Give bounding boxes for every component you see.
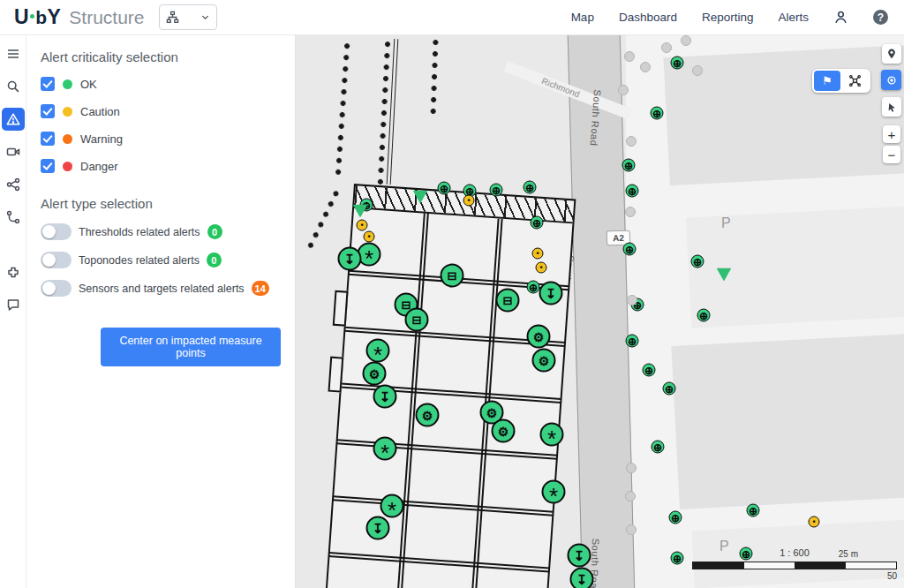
search-button[interactable] — [2, 75, 25, 98]
sensors-layer-button[interactable] — [881, 70, 901, 90]
checkbox-danger[interactable] — [41, 159, 55, 173]
criticality-caution[interactable]: Caution — [41, 104, 281, 118]
checkbox-ok[interactable] — [41, 77, 55, 91]
help-button[interactable]: ? — [873, 10, 888, 25]
nav-reporting[interactable]: Reporting — [702, 11, 754, 24]
route-icon — [6, 210, 20, 224]
toponodes-toggle[interactable] — [41, 252, 72, 268]
star-icon: * — [388, 505, 396, 514]
center-on-measure-points-button[interactable]: Center on impacted measure points — [101, 328, 281, 366]
sensor-marker[interactable]: ⊕ — [652, 441, 665, 454]
sensor-marker[interactable]: ⊕ — [663, 382, 676, 396]
user-menu-button[interactable] — [833, 10, 848, 25]
thresholds-toggle[interactable] — [41, 223, 72, 240]
caution-marker[interactable]: • — [357, 220, 368, 231]
sensors-toggle[interactable] — [41, 280, 72, 297]
sensor-marker[interactable]: ⊕ — [524, 181, 537, 194]
sensor-marker[interactable]: ⊕ — [651, 107, 664, 120]
logo-letter: U — [14, 5, 29, 29]
measure-point-marker[interactable]: ⊟ — [405, 308, 429, 332]
sensor-marker[interactable]: ⊕ — [671, 57, 684, 70]
measure-point-marker[interactable]: * — [540, 423, 564, 447]
target-marker[interactable] — [717, 268, 732, 282]
measure-point-marker[interactable]: ⊟ — [441, 264, 464, 288]
geolocate-button[interactable] — [882, 44, 901, 64]
tree — [624, 51, 635, 62]
measure-point-marker[interactable]: ↧ — [568, 544, 591, 568]
zoom-in-button[interactable]: + — [883, 125, 900, 143]
measure-point-marker[interactable]: ↧ — [366, 516, 390, 540]
caution-marker[interactable]: • — [463, 195, 475, 207]
network-button[interactable] — [2, 173, 25, 196]
routes-button[interactable] — [2, 206, 25, 229]
nav-dashboard[interactable]: Dashboard — [619, 11, 677, 24]
devices-toggle-button[interactable] — [842, 71, 867, 91]
sensor-marker[interactable]: ⊕ — [669, 511, 682, 524]
criticality-ok[interactable]: OK — [41, 77, 281, 91]
toggle-thresholds-alerts[interactable]: Thresholds related alerts 0 — [41, 223, 281, 240]
comments-button[interactable] — [2, 293, 25, 316]
star-icon: * — [549, 491, 558, 500]
criticality-danger[interactable]: Danger — [41, 159, 281, 173]
measure-point-marker[interactable]: * — [542, 480, 566, 504]
meter-icon: ⊟ — [402, 299, 411, 311]
sensor-marker[interactable]: ⊕ — [438, 182, 451, 195]
structure-selector-dropdown[interactable] — [159, 4, 217, 30]
caution-marker[interactable]: • — [536, 262, 547, 274]
nav-map[interactable]: Map — [571, 11, 594, 24]
camera-button[interactable] — [2, 140, 25, 163]
sensor-marker[interactable]: ⊕ — [527, 281, 540, 294]
checkbox-warning[interactable] — [41, 132, 55, 146]
measure-point-marker[interactable]: * — [380, 494, 404, 518]
sensor-marker[interactable]: ⊕ — [490, 184, 503, 197]
toggle-sensors-alerts[interactable]: Sensors and targets related alerts 14 — [41, 280, 281, 297]
sensor-marker[interactable]: ⊕ — [643, 364, 656, 377]
sensor-marker[interactable]: ⊕ — [626, 185, 639, 198]
caution-marker[interactable]: • — [532, 248, 544, 260]
car-icon: ⚙ — [486, 406, 498, 418]
measure-point-marker[interactable]: ⊟ — [496, 289, 520, 313]
checkbox-caution[interactable] — [41, 104, 55, 118]
nav-alerts[interactable]: Alerts — [778, 11, 809, 24]
scale-bar: 1 : 600 25 m 50 — [692, 547, 897, 579]
target-icon: ⊕ — [532, 217, 541, 228]
menu-button[interactable] — [2, 42, 25, 65]
measure-point-marker[interactable]: ↧ — [373, 385, 397, 409]
sensor-marker[interactable]: ⊕ — [697, 309, 711, 322]
select-tool-button[interactable] — [882, 97, 901, 117]
sensor-marker[interactable]: ⊕ — [747, 504, 760, 517]
sensor-marker[interactable]: ⊕ — [531, 216, 544, 230]
sensor-marker[interactable]: ⊕ — [626, 335, 639, 348]
measure-point-marker[interactable]: ↧ — [570, 568, 594, 588]
logo-dot-icon — [30, 14, 34, 19]
measure-point-marker[interactable]: ⚙ — [532, 349, 556, 373]
measure-point-marker[interactable]: * — [366, 339, 390, 363]
target-icon: ⊕ — [749, 505, 757, 516]
toggle-toponodes-alerts[interactable]: Toponodes related alerts 0 — [41, 252, 281, 268]
star-icon: * — [365, 253, 373, 262]
criticality-label: Danger — [80, 160, 118, 173]
measure-point-marker[interactable]: ⚙ — [492, 419, 516, 443]
measure-point-marker[interactable]: ⚙ — [416, 403, 440, 427]
caution-marker[interactable]: • — [364, 231, 375, 243]
plugins-button[interactable] — [2, 260, 25, 283]
sensor-marker[interactable]: ⊕ — [622, 159, 636, 172]
zoom-out-button[interactable]: − — [883, 146, 900, 163]
target-marker[interactable] — [413, 191, 428, 204]
criticality-label: OK — [80, 78, 97, 91]
measure-point-marker[interactable]: ↧ — [338, 247, 362, 271]
sensor-marker[interactable]: ⊕ — [623, 243, 637, 256]
flags-toggle-button[interactable]: ⚑ — [814, 71, 840, 91]
caution-marker[interactable]: • — [809, 516, 820, 528]
sensor-marker[interactable]: ⊕ — [671, 552, 684, 565]
target-icon: ⊕ — [699, 310, 708, 320]
sensor-marker[interactable]: ⊕ — [691, 255, 704, 268]
map-canvas[interactable]: Richmond South Road South Road South Roa… — [296, 35, 904, 588]
measure-point-marker[interactable]: * — [373, 437, 397, 461]
alerts-panel-button[interactable] — [2, 108, 25, 131]
measure-point-marker[interactable]: ⚙ — [363, 362, 387, 386]
ground-icon: ↧ — [380, 390, 391, 403]
measure-point-marker[interactable]: ↧ — [539, 282, 563, 305]
measure-point-marker[interactable]: ⚙ — [527, 325, 551, 349]
criticality-warning[interactable]: Warning — [41, 132, 281, 146]
